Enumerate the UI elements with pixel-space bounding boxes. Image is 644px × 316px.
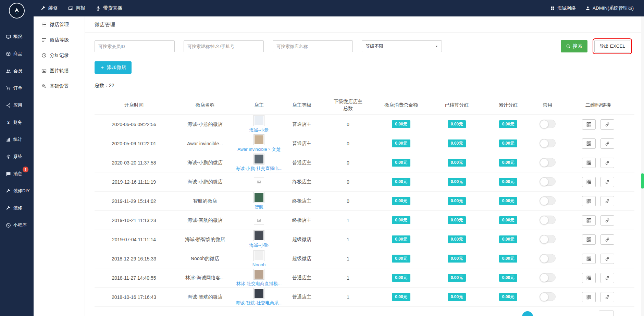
scrollbar-thumb[interactable] [641, 173, 644, 189]
sidebar-item-miniprogram[interactable]: 小程序 [0, 217, 34, 234]
owner-avatar[interactable] [253, 288, 264, 299]
sidebar-item-fitment-diy[interactable]: 装修DIY [0, 182, 34, 199]
qrcode-button[interactable] [582, 196, 596, 206]
sidebar-item-label: 会员 [13, 68, 22, 74]
owner-link[interactable]: 海诚-小骆 [249, 242, 269, 248]
shop-name-search-input[interactable] [273, 40, 353, 52]
disable-toggle[interactable] [540, 177, 556, 186]
add-shop-button[interactable]: 添加微店 [95, 61, 132, 74]
qrcode-button[interactable] [582, 119, 596, 130]
sidebar-item-overview[interactable]: 概况 [0, 28, 34, 45]
topnav-item-fitment[interactable]: 装修 [36, 0, 63, 16]
link-button[interactable] [600, 292, 614, 302]
sidebar-item-apps[interactable]: 应用 [0, 97, 34, 114]
owner-link[interactable]: Noooh [252, 262, 265, 267]
open-time-cell: 2020-03-20 11:37:58 [95, 160, 173, 166]
topnav-label-fitment: 装修 [48, 5, 58, 11]
owner-link[interactable]: 海诚-小鹏-社交直播电... [236, 166, 283, 172]
sidebar-item-fitment[interactable]: 装修 [0, 199, 34, 217]
table-header-label: 累计分红 [499, 102, 518, 108]
qrcode-icon [586, 141, 592, 146]
link-button[interactable] [600, 158, 614, 168]
owner-avatar[interactable] [253, 115, 264, 126]
topbar-network[interactable]: 海诚网络 [545, 0, 581, 16]
link-button[interactable] [600, 215, 614, 226]
sidebar-item-orders[interactable]: 订单 [0, 80, 34, 97]
topnav-item-live-selling[interactable]: 带货直播 [90, 0, 127, 16]
qrcode-button[interactable] [582, 215, 596, 226]
qrcode-button[interactable] [582, 254, 596, 264]
disable-toggle[interactable] [540, 235, 556, 243]
member-id-search-input[interactable] [95, 40, 175, 52]
qrcode-button[interactable] [582, 138, 596, 149]
disable-toggle[interactable] [540, 292, 556, 301]
disable-toggle[interactable] [540, 158, 556, 167]
search-button[interactable]: 搜索 [561, 40, 587, 52]
link-button[interactable] [600, 234, 614, 245]
owner-avatar[interactable] [253, 250, 264, 261]
consume-cell: 0.00元 [374, 178, 429, 186]
sidebar-item-stats[interactable]: 统计 [0, 131, 34, 148]
owner-link[interactable]: 海诚-智航-社交电商系... [236, 300, 283, 306]
topbar-admin-account[interactable]: ADMIN(系统管理员) [581, 0, 639, 16]
qrcode-icon [586, 122, 592, 127]
consume-cell: 0.00元 [374, 293, 429, 301]
link-button[interactable] [600, 177, 614, 187]
back-to-top-button[interactable] [599, 311, 614, 316]
owner-link[interactable]: 海诚-小意 [249, 127, 269, 133]
disable-toggle[interactable] [540, 139, 556, 147]
disable-toggle[interactable] [540, 216, 556, 224]
submenu-item-dividend-records[interactable]: 分红记录 [34, 48, 85, 63]
sidebar-item-finance[interactable]: ¥财务 [0, 114, 34, 131]
submenu-item-shop-level[interactable]: 微店等级 [34, 32, 85, 48]
submenu-item-label: 分红记录 [50, 52, 69, 59]
sidebar-item-system[interactable]: 系统 [0, 148, 34, 165]
submenu-item-basic-settings[interactable]: 基础设置 [34, 78, 85, 94]
qrcode-button[interactable] [582, 234, 596, 245]
owner-avatar-broken[interactable] [254, 178, 264, 186]
link-icon [605, 218, 610, 223]
qrcode-button[interactable] [582, 177, 596, 187]
dividend-amount-badge: 0.00元 [499, 197, 517, 205]
link-button[interactable] [600, 254, 614, 264]
owner-avatar[interactable] [253, 230, 264, 241]
owner-link[interactable]: 林冰-社交电商直播模... [236, 281, 282, 287]
sidebar-item-label: 订单 [13, 85, 22, 91]
submenu-item-image-carousel[interactable]: 图片轮播 [34, 63, 85, 78]
owner-avatar[interactable] [253, 154, 264, 165]
owner-link[interactable]: Awar invincible丶文楚 [237, 146, 280, 153]
disable-toggle[interactable] [540, 120, 556, 128]
level-cell: 普通店主 [281, 141, 322, 147]
app-logo[interactable] [9, 3, 25, 19]
broken-image-icon [257, 218, 261, 222]
owner-avatar[interactable] [253, 192, 264, 203]
topnav-item-poster[interactable]: 海报 [63, 0, 90, 16]
sidebar-item-goods[interactable]: 商品 [0, 45, 34, 62]
sidebar-item-members[interactable]: 会员 [0, 62, 34, 80]
owner-link[interactable]: 智航 [255, 204, 263, 210]
sidebar-item-messages[interactable]: 消息1 [0, 165, 34, 182]
nickname-search-input[interactable] [184, 40, 264, 52]
qrcode-button[interactable] [582, 158, 596, 168]
owner-avatar[interactable] [253, 134, 264, 145]
link-button[interactable] [600, 119, 614, 130]
submenu-item-shop-management[interactable]: 微店管理 [34, 17, 85, 32]
link-button[interactable] [600, 138, 614, 149]
sidebar-item-label: 财务 [13, 119, 22, 125]
link-button[interactable] [600, 273, 614, 283]
disable-toggle[interactable] [540, 196, 556, 205]
export-excel-button[interactable]: 导出 EXCEL [594, 40, 630, 52]
level-select[interactable]: 等级不限 ▼ [362, 40, 442, 52]
finance-icon: ¥ [6, 120, 11, 125]
owner-avatar[interactable] [253, 269, 264, 280]
dividend-amount-badge: 0.00元 [499, 178, 517, 186]
disable-toggle[interactable] [540, 273, 556, 282]
qrcode-button[interactable] [582, 292, 596, 302]
settled-amount-badge: 0.00元 [448, 159, 466, 167]
qrcode-button[interactable] [582, 273, 596, 283]
page-title: 微店管理 [95, 22, 115, 27]
link-button[interactable] [600, 196, 614, 206]
disable-toggle[interactable] [540, 254, 556, 263]
table-header-label: 已结算分红 [445, 102, 469, 108]
owner-avatar-broken[interactable] [254, 216, 264, 224]
